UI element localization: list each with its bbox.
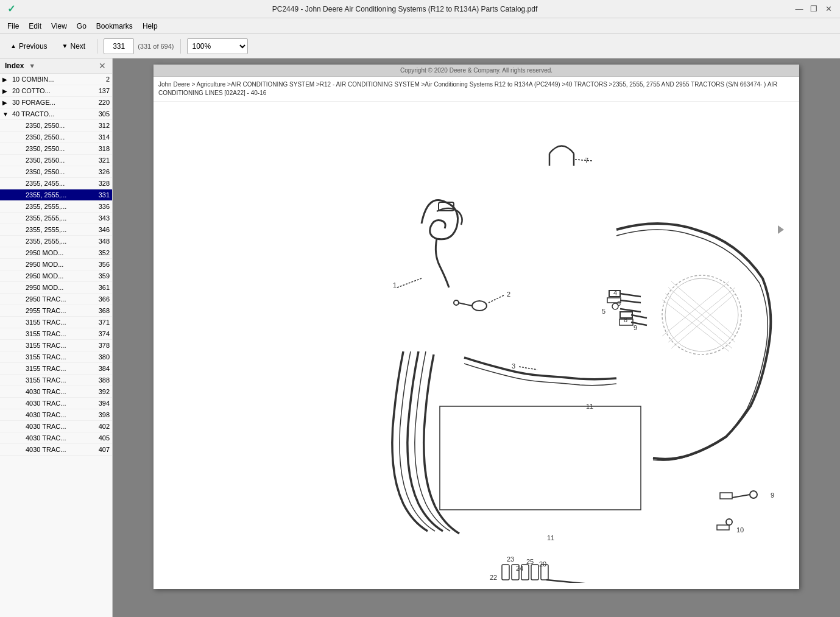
menu-file[interactable]: File (2, 20, 24, 32)
tree-item-page-1: 137 (93, 87, 110, 94)
tree-item-page-15: 352 (93, 249, 110, 256)
tree-item-left-17: 2950 MOD... (2, 272, 63, 280)
tree-item-6[interactable]: 2350, 2550... 318 (0, 143, 112, 155)
tree-item-24[interactable]: 3155 TRAC... 380 (0, 351, 112, 363)
prev-label: Previous (19, 42, 48, 51)
tree-item-2[interactable]: ▶ 30 FORAGE... 220 (0, 97, 112, 108)
tree-item-3[interactable]: ▼ 40 TRACTO... 305 (0, 108, 112, 120)
sidebar-dropdown[interactable]: ▼ (27, 62, 37, 69)
tree-item-label-30: 4030 TRAC... (26, 423, 66, 430)
tree-item-23[interactable]: 3155 TRAC... 378 (0, 340, 112, 351)
tree-item-17[interactable]: 2950 MOD... 359 (0, 270, 112, 282)
tree-item-page-13: 346 (93, 226, 110, 233)
tree-item-label-17: 2950 MOD... (26, 272, 63, 280)
sidebar-close-button[interactable]: ✕ (97, 61, 107, 71)
window-title: PC2449 - John Deere Air Conditioning Sys… (17, 5, 792, 13)
tree-item-page-6: 318 (93, 145, 110, 152)
pdf-viewer[interactable]: Copyright © 2020 Deere & Company. All ri… (113, 58, 840, 617)
tree-item-label-18: 2950 MOD... (26, 284, 63, 291)
svg-text:25: 25 (526, 558, 534, 565)
tree-item-14[interactable]: 2355, 2555,... 348 (0, 236, 112, 247)
tree-item-4[interactable]: 2350, 2550... 312 (0, 120, 112, 132)
tree-item-page-14: 348 (93, 238, 110, 245)
window-controls: — ❐ ✕ (792, 2, 835, 16)
svg-text:24: 24 (516, 565, 523, 572)
sidebar-header: Index ▼ ✕ (0, 58, 112, 74)
tree-item-19[interactable]: 2950 TRAC... 366 (0, 294, 112, 305)
tree-item-12[interactable]: 2355, 2555,... 343 (0, 213, 112, 224)
svg-text:23: 23 (507, 555, 514, 563)
tree-item-page-18: 361 (93, 284, 110, 291)
diagram-svg: 7 1 (160, 108, 793, 583)
tree-item-21[interactable]: 3155 TRAC... 371 (0, 317, 112, 328)
menubar: File Edit View Go Bookmarks Help (0, 18, 840, 34)
next-button[interactable]: ▼ Next (57, 39, 91, 54)
svg-text:20: 20 (539, 560, 546, 568)
tree-item-page-8: 326 (93, 168, 110, 175)
tree-item-label-19: 2950 TRAC... (26, 295, 66, 303)
tree-item-7[interactable]: 2350, 2550... 321 (0, 155, 112, 166)
tree-item-label-2: 30 FORAGE... (12, 99, 55, 106)
tree-item-13[interactable]: 2355, 2555,... 346 (0, 224, 112, 236)
tree-item-1[interactable]: ▶ 20 COTTO... 137 (0, 85, 112, 97)
pdf-page: Copyright © 2020 Deere & Company. All ri… (154, 65, 799, 589)
tree-item-page-9: 328 (93, 180, 110, 187)
tree-item-9[interactable]: 2355, 2455... 328 (0, 178, 112, 189)
menu-bookmarks[interactable]: Bookmarks (91, 20, 138, 32)
tree-item-27[interactable]: 4030 TRAC... 392 (0, 386, 112, 398)
tree-item-label-23: 3155 TRAC... (26, 342, 66, 349)
tree-item-31[interactable]: 4030 TRAC... 405 (0, 432, 112, 444)
tree-item-18[interactable]: 2950 MOD... 361 (0, 282, 112, 294)
tree-item-22[interactable]: 3155 TRAC... 374 (0, 328, 112, 340)
tree-item-28[interactable]: 4030 TRAC... 394 (0, 398, 112, 409)
menu-help[interactable]: Help (138, 20, 163, 32)
close-button[interactable]: ✕ (822, 2, 835, 16)
tree-item-page-27: 392 (93, 388, 110, 395)
page-input[interactable] (104, 38, 134, 54)
tree-item-label-3: 40 TRACTO... (12, 110, 54, 118)
tree-item-20[interactable]: 2955 TRAC... 368 (0, 305, 112, 317)
tree-item-left-10: 2355, 2555,... (2, 191, 66, 199)
tree-item-page-26: 388 (93, 376, 110, 384)
tree-item-page-7: 321 (93, 157, 110, 164)
tree-item-left-26: 3155 TRAC... (2, 376, 66, 384)
tree-item-0[interactable]: ▶ 10 COMBIN... 2 (0, 74, 112, 85)
tree-item-10[interactable]: 2355, 2555,... 331 (0, 189, 112, 201)
page-info: (331 of 694) (138, 43, 174, 50)
tree-item-left-28: 4030 TRAC... (2, 400, 66, 407)
sidebar: Index ▼ ✕ ▶ 10 COMBIN... 2 ▶ 20 COTTO...… (0, 58, 113, 617)
tree-item-page-12: 343 (93, 214, 110, 222)
tree-item-15[interactable]: 2950 MOD... 352 (0, 247, 112, 259)
prev-button[interactable]: ▲ Previous (5, 39, 53, 54)
tree-item-left-4: 2350, 2550... (2, 122, 65, 129)
restore-button[interactable]: ❐ (807, 2, 821, 16)
tree-item-page-11: 336 (93, 203, 110, 210)
tree-item-26[interactable]: 3155 TRAC... 388 (0, 375, 112, 386)
tree-item-16[interactable]: 2950 MOD... 356 (0, 259, 112, 270)
tree-item-label-6: 2350, 2550... (26, 145, 65, 152)
tree-item-32[interactable]: 4030 TRAC... 407 (0, 444, 112, 456)
menu-go[interactable]: Go (72, 20, 91, 32)
sidebar-title: Index (5, 62, 24, 70)
prev-icon: ▲ (10, 43, 16, 49)
tree-item-left-20: 2955 TRAC... (2, 307, 66, 314)
menu-view[interactable]: View (46, 20, 72, 32)
tree-item-25[interactable]: 3155 TRAC... 384 (0, 363, 112, 375)
tree-item-5[interactable]: 2350, 2550... 314 (0, 132, 112, 143)
zoom-select[interactable]: 100% 50% 75% 125% 150% 200% (187, 38, 248, 54)
tree-item-8[interactable]: 2350, 2550... 326 (0, 166, 112, 178)
toolbar-separator-2 (180, 39, 181, 54)
tree-item-11[interactable]: 2355, 2555,... 336 (0, 201, 112, 213)
menu-edit[interactable]: Edit (24, 20, 46, 32)
tree-item-left-22: 3155 TRAC... (2, 330, 66, 337)
tree-item-30[interactable]: 4030 TRAC... 402 (0, 421, 112, 432)
sidebar-tree[interactable]: ▶ 10 COMBIN... 2 ▶ 20 COTTO... 137 ▶ 30 … (0, 74, 112, 617)
titlebar: ✓ PC2449 - John Deere Air Conditioning S… (0, 0, 840, 18)
tree-item-left-32: 4030 TRAC... (2, 446, 66, 453)
tree-item-page-22: 374 (93, 330, 110, 337)
svg-text:2: 2 (507, 291, 510, 298)
minimize-button[interactable]: — (792, 2, 806, 16)
tree-item-29[interactable]: 4030 TRAC... 398 (0, 409, 112, 421)
toolbar-separator (97, 39, 97, 54)
tree-item-label-4: 2350, 2550... (26, 122, 65, 129)
